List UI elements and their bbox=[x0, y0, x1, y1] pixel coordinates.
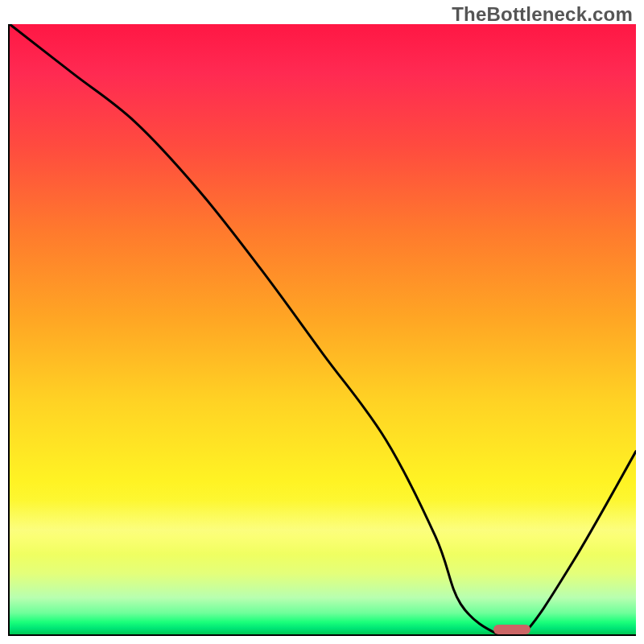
plot-area bbox=[8, 24, 636, 636]
optimal-range-marker bbox=[493, 625, 531, 634]
bottleneck-curve bbox=[10, 24, 636, 634]
watermark-text: TheBottleneck.com bbox=[452, 3, 633, 26]
chart-canvas: TheBottleneck.com bbox=[0, 0, 644, 644]
